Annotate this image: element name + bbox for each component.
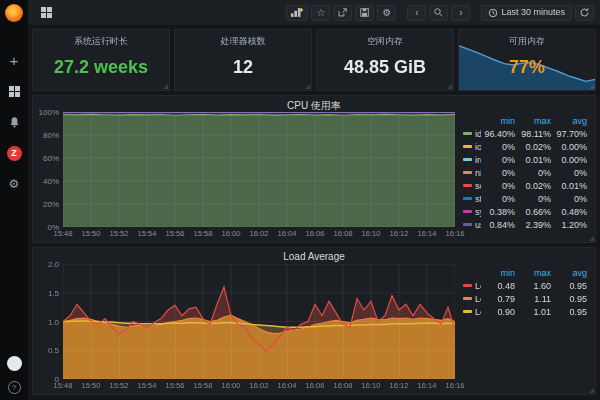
available-memory-stat-panel[interactable]: 可用内存 77% bbox=[458, 29, 596, 91]
series-swatch bbox=[463, 145, 472, 148]
dashboards-icon[interactable] bbox=[6, 83, 22, 99]
legend-value: 0.48 bbox=[481, 281, 515, 291]
legend-value: 0% bbox=[481, 168, 515, 178]
legend-value: 1.20% bbox=[551, 220, 587, 230]
load-plot-area[interactable] bbox=[63, 264, 455, 379]
legend-row: irq0%0.01%0.00% bbox=[463, 153, 587, 166]
time-forward-button[interactable]: › bbox=[451, 5, 470, 21]
series-swatch bbox=[463, 184, 472, 187]
legend-value: 0.00% bbox=[551, 155, 587, 165]
legend-column-min[interactable]: min bbox=[481, 268, 515, 278]
load-average-panel: Load Average 2.01.51.00.50 15:4815:5015:… bbox=[32, 247, 596, 395]
legend-row: system0.38%0.66%0.48% bbox=[463, 205, 587, 218]
cpu-usage-panel-title[interactable]: CPU 使用率 bbox=[33, 96, 595, 112]
uptime-title: 系统运行时长 bbox=[74, 35, 128, 48]
stats-row: 系统运行时长 27.2 weeks 处理器核数 12 空闲内存 48.85 Gi… bbox=[32, 29, 596, 91]
legend-column-avg[interactable]: avg bbox=[551, 116, 587, 126]
apps-grid-icon[interactable] bbox=[38, 5, 54, 21]
alerting-bell-icon[interactable] bbox=[6, 114, 22, 130]
legend-value: 0.95 bbox=[551, 294, 587, 304]
series-swatch bbox=[463, 197, 472, 200]
legend-column-avg[interactable]: avg bbox=[551, 268, 587, 278]
legend-value: 0.90 bbox=[481, 307, 515, 317]
uptime-stat-panel[interactable]: 系统运行时长 27.2 weeks bbox=[32, 29, 170, 91]
zabbix-app-icon[interactable]: Z bbox=[6, 145, 22, 161]
sidebar: + Z ⚙ ? bbox=[0, 0, 28, 400]
cpu-cores-title: 处理器核数 bbox=[221, 35, 266, 48]
zoom-out-button[interactable] bbox=[429, 5, 448, 21]
legend-row: nice0%0%0% bbox=[463, 166, 587, 179]
zabbix-z-glyph: Z bbox=[7, 146, 22, 161]
time-back-button[interactable]: ‹ bbox=[407, 5, 426, 21]
y-tick-label: 40% bbox=[43, 177, 59, 186]
legend-column-min[interactable]: min bbox=[481, 116, 515, 126]
dashboards-grid-glyph bbox=[9, 86, 20, 97]
y-tick-label: 1.0 bbox=[48, 317, 59, 326]
x-tick-label: 15:50 bbox=[82, 229, 101, 238]
share-button[interactable] bbox=[333, 5, 352, 21]
time-range-label: Last 30 minutes bbox=[501, 8, 565, 17]
x-tick-label: 15:58 bbox=[194, 229, 213, 238]
free-memory-stat-panel[interactable]: 空闲内存 48.85 GiB bbox=[316, 29, 454, 91]
legend-value: 0% bbox=[551, 168, 587, 178]
save-button[interactable] bbox=[355, 5, 374, 21]
legend-row: steal0%0%0% bbox=[463, 192, 587, 205]
legend-value: 0% bbox=[515, 194, 551, 204]
legend-value: 0% bbox=[481, 194, 515, 204]
topbar: ☆ ⚙ ‹ › Last 30 minutes bbox=[28, 0, 600, 26]
legend-value: 98.11% bbox=[515, 129, 551, 139]
cpu-cores-value: 12 bbox=[233, 57, 253, 78]
time-range-picker[interactable]: Last 30 minutes bbox=[481, 5, 572, 21]
x-tick-label: 16:16 bbox=[446, 381, 465, 390]
dashboard-settings-button[interactable]: ⚙ bbox=[377, 5, 396, 21]
available-memory-value: 77% bbox=[509, 57, 545, 78]
cpu-plot-area[interactable] bbox=[63, 112, 455, 227]
load-average-panel-title[interactable]: Load Average bbox=[33, 248, 595, 264]
x-tick-label: 16:02 bbox=[250, 229, 269, 238]
x-tick-label: 16:10 bbox=[362, 381, 381, 390]
apps-grid-glyph bbox=[41, 7, 52, 18]
available-memory-title: 可用内存 bbox=[509, 35, 545, 48]
legend-column-max[interactable]: max bbox=[515, 268, 551, 278]
x-tick-label: 15:56 bbox=[166, 381, 185, 390]
user-avatar[interactable] bbox=[7, 356, 22, 371]
x-tick-label: 16:00 bbox=[222, 381, 241, 390]
uptime-value: 27.2 weeks bbox=[54, 57, 148, 78]
legend-value: 0% bbox=[481, 142, 515, 152]
x-tick-label: 15:50 bbox=[82, 381, 101, 390]
series-swatch bbox=[463, 310, 472, 313]
legend-value: 1.60 bbox=[515, 281, 551, 291]
cpu-cores-stat-panel[interactable]: 处理器核数 12 bbox=[174, 29, 312, 91]
legend-value: 0% bbox=[481, 155, 515, 165]
series-swatch bbox=[463, 132, 472, 135]
help-icon[interactable]: ? bbox=[8, 381, 21, 394]
x-tick-label: 16:06 bbox=[306, 381, 325, 390]
legend-header: minmaxavg bbox=[463, 266, 587, 279]
legend-value: 0.95 bbox=[551, 281, 587, 291]
series-swatch bbox=[463, 284, 472, 287]
legend-value: 0.79 bbox=[481, 294, 515, 304]
y-tick-label: 2.0 bbox=[48, 260, 59, 269]
legend-value: 0.02% bbox=[515, 181, 551, 191]
configuration-gear-icon[interactable]: ⚙ bbox=[6, 176, 22, 192]
y-tick-label: 80% bbox=[43, 131, 59, 140]
free-memory-title: 空闲内存 bbox=[367, 35, 403, 48]
x-tick-label: 15:52 bbox=[110, 381, 129, 390]
star-button[interactable]: ☆ bbox=[311, 5, 330, 21]
legend-value: 0.38% bbox=[481, 207, 515, 217]
create-plus-icon[interactable]: + bbox=[6, 52, 22, 68]
legend-value: 96.40% bbox=[481, 129, 515, 139]
legend-value: 1.01 bbox=[515, 307, 551, 317]
load-y-axis: 2.01.51.00.50 bbox=[35, 264, 63, 379]
legend-value: 0% bbox=[481, 181, 515, 191]
refresh-button[interactable] bbox=[575, 5, 594, 21]
x-tick-label: 16:08 bbox=[334, 381, 353, 390]
legend-value: 0.02% bbox=[515, 142, 551, 152]
grafana-logo[interactable] bbox=[5, 4, 23, 22]
add-panel-button[interactable] bbox=[286, 5, 308, 21]
x-tick-label: 16:04 bbox=[278, 229, 297, 238]
x-tick-label: 15:48 bbox=[54, 381, 73, 390]
legend-column-max[interactable]: max bbox=[515, 116, 551, 126]
x-tick-label: 16:10 bbox=[362, 229, 381, 238]
legend-value: 1.11 bbox=[515, 294, 551, 304]
